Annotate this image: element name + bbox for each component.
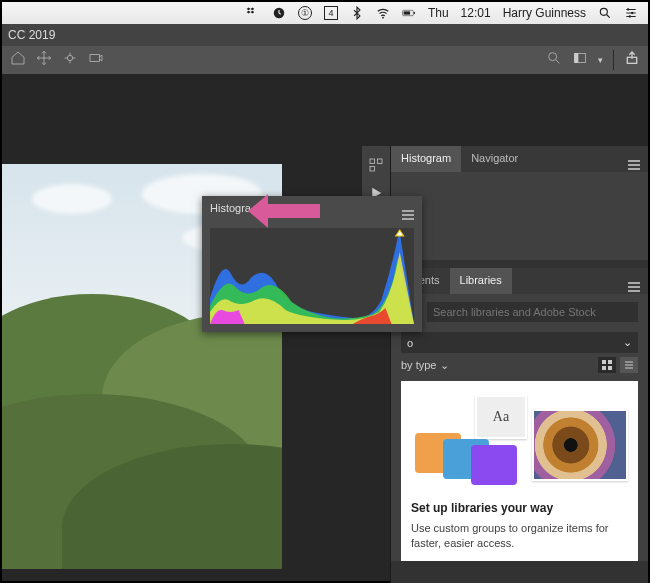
svg-rect-13: [575, 53, 578, 62]
libraries-onboarding-card: Aa Set up libraries your way Use custom …: [401, 381, 638, 561]
app-title: CC 2019: [8, 28, 55, 42]
wifi-icon[interactable]: [376, 6, 390, 20]
chevron-down-icon: ⌄: [440, 359, 449, 372]
svg-point-11: [549, 53, 557, 61]
tab-histogram[interactable]: Histogram: [391, 146, 461, 172]
app-title-bar: CC 2019: [2, 24, 648, 46]
chevron-down-icon[interactable]: ▾: [598, 55, 603, 65]
svg-rect-20: [608, 360, 612, 364]
history-dock-icon[interactable]: [367, 156, 385, 174]
control-center-icon[interactable]: [624, 6, 638, 20]
library-select-label: o: [407, 337, 413, 349]
libraries-panel: stments Libraries 🔍 o ⌄ by type: [391, 268, 648, 569]
svg-rect-10: [90, 55, 99, 62]
bluetooth-icon[interactable]: [350, 6, 364, 20]
panel-menu-icon[interactable]: [620, 146, 648, 172]
histogram-chart: [210, 228, 414, 324]
card-title: Set up libraries your way: [411, 501, 628, 515]
svg-rect-3: [404, 11, 410, 14]
sort-label[interactable]: by type: [401, 359, 436, 371]
menubar-user[interactable]: Harry Guinness: [503, 6, 586, 20]
share-icon[interactable]: [624, 50, 640, 70]
svg-rect-22: [608, 366, 612, 370]
home-icon[interactable]: [10, 50, 26, 70]
svg-point-1: [382, 17, 384, 19]
library-select[interactable]: o ⌄: [401, 332, 638, 353]
move-icon[interactable]: [36, 50, 52, 70]
svg-rect-21: [602, 366, 606, 370]
svg-point-5: [600, 8, 607, 15]
one-icon[interactable]: ①: [298, 6, 312, 20]
svg-rect-17: [370, 167, 375, 172]
tool-options-bar: ▾: [2, 46, 648, 74]
eye-image: [532, 409, 628, 481]
svg-point-6: [627, 8, 629, 10]
list-view-button[interactable]: [620, 357, 638, 373]
target-icon[interactable]: [62, 50, 78, 70]
panel-menu-icon[interactable]: [620, 268, 648, 294]
calendar-icon[interactable]: 4: [324, 6, 338, 20]
workspace-switcher-icon[interactable]: [572, 50, 588, 70]
search-icon[interactable]: [546, 50, 562, 70]
right-panel-column: Histogram Navigator stments Libraries 🔍: [390, 146, 648, 583]
folder-icon: [471, 445, 517, 485]
panel-menu-icon[interactable]: [402, 202, 414, 214]
svg-rect-4: [414, 12, 415, 14]
svg-rect-16: [378, 159, 383, 164]
svg-rect-15: [370, 159, 375, 164]
svg-rect-19: [602, 360, 606, 364]
clock-icon[interactable]: [272, 6, 286, 20]
floating-panel-title: Histogra: [210, 202, 251, 214]
grid-view-button[interactable]: [598, 357, 616, 373]
svg-point-8: [629, 15, 631, 17]
svg-point-7: [631, 12, 633, 14]
card-body: Use custom groups to organize items for …: [411, 521, 628, 551]
menubar-time[interactable]: 12:01: [461, 6, 491, 20]
svg-point-9: [67, 55, 72, 60]
menubar-day[interactable]: Thu: [428, 6, 449, 20]
annotation-arrow: [248, 194, 320, 228]
spotlight-icon[interactable]: [598, 6, 612, 20]
camera-icon[interactable]: [88, 50, 104, 70]
dropbox-icon[interactable]: [246, 6, 260, 20]
chevron-down-icon: ⌄: [623, 336, 632, 349]
battery-icon[interactable]: [402, 6, 416, 20]
tab-navigator[interactable]: Navigator: [461, 146, 528, 172]
libraries-search-input[interactable]: [427, 302, 638, 322]
histogram-panel: Histogram Navigator: [391, 146, 648, 260]
tab-libraries[interactable]: Libraries: [450, 268, 512, 294]
macos-menubar: ① 4 Thu 12:01 Harry Guinness: [2, 2, 648, 24]
